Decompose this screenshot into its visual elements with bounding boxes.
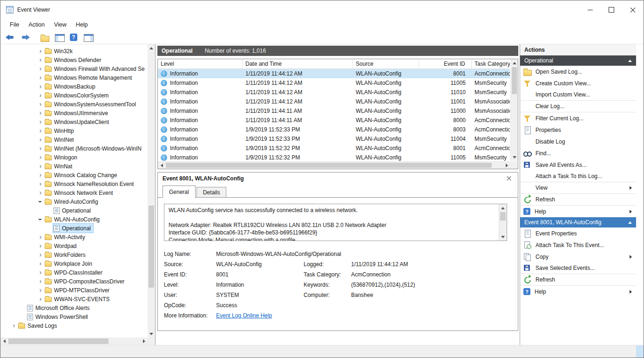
menu-item[interactable]: Help [71,20,93,29]
tree-expander-icon[interactable] [37,242,44,249]
tree-expander-icon[interactable] [37,163,44,170]
column-header[interactable]: Source [353,59,419,69]
action-item[interactable]: Attach a Task To this Log... [520,171,636,182]
scroll-up-button[interactable] [499,204,507,212]
close-preview-icon[interactable] [505,174,513,183]
tree-expander-icon[interactable] [37,216,44,223]
tree-expander-icon[interactable] [37,180,44,187]
scroll-down-button[interactable] [499,233,507,241]
tree-expander-icon[interactable] [37,118,44,125]
action-item[interactable]: Event Properties [520,227,636,239]
collapse-icon[interactable] [628,221,632,224]
toolbar-button[interactable] [4,32,17,43]
scrollbar-thumb[interactable] [8,338,108,344]
event-row[interactable]: Information 1/11/2019 11:44:11 AM WLAN-A… [158,116,510,125]
scroll-right-button[interactable] [503,162,510,169]
tree-item[interactable]: WindowsUpdateClient [1,117,147,126]
tree-item[interactable]: WindowsBackup [1,82,147,91]
tree-expander-icon[interactable] [37,101,44,108]
menu-item[interactable]: File [5,20,24,29]
tree-item[interactable]: WinINet (Microsoft-Windows-WinIN [1,144,147,153]
tree-item[interactable]: WindowsColorSystem [1,91,147,100]
column-header[interactable]: Task Category [472,59,510,69]
tree-item[interactable]: Windows PowerShell [1,312,147,321]
scroll-down-button[interactable] [511,153,518,161]
action-item[interactable]: Filter Current Log... [520,112,636,124]
menu-item[interactable]: Action [24,20,49,29]
toolbar-button[interactable] [53,32,66,43]
action-item[interactable]: Save All Events As... [520,159,636,171]
event-row[interactable]: Information 1/11/2019 11:44:12 AM WLAN-A… [158,78,510,88]
tree-expander-icon[interactable] [37,110,44,117]
tree-item[interactable]: WPD-CompositeClassDriver [1,277,147,286]
action-item[interactable]: Help [520,206,636,217]
tree-item[interactable]: Winsock Catalog Change [1,171,147,179]
event-row[interactable]: Information 1/11/2019 11:44:12 AM WLAN-A… [158,88,510,97]
column-header[interactable]: Level [158,59,243,69]
menu-item[interactable]: View [49,20,71,29]
tree-expander-icon[interactable] [37,92,44,99]
scrollbar-thumb[interactable] [149,206,154,288]
tree-item[interactable]: Winlogon [1,153,147,162]
event-list-vertical-scrollbar[interactable] [510,59,518,161]
toolbar-button[interactable] [19,32,31,43]
tree-expander-icon[interactable] [37,83,44,90]
tree-item[interactable]: WLAN-AutoConfig [1,215,147,224]
tree-expander-icon[interactable] [37,278,44,285]
tree-expander-icon[interactable] [37,136,44,143]
event-list-horizontal-scrollbar[interactable] [158,161,510,169]
event-row[interactable]: Information 1/9/2019 11:52:32 PM WLAN-Au… [158,144,510,153]
tree-expander-icon[interactable] [37,127,44,134]
window-control-button[interactable] [601,0,622,19]
field-value[interactable]: Event Log Online Help [216,312,304,319]
action-item[interactable]: Find... [520,147,636,159]
action-item[interactable]: Copy [520,251,636,262]
tree-expander-icon[interactable] [37,172,44,179]
event-row[interactable]: Information 1/11/2019 11:44:11 AM WLAN-A… [158,106,510,116]
actions-section-header-operational[interactable]: Operational [520,55,636,66]
scroll-up-button[interactable] [148,44,155,52]
action-item[interactable]: View [520,182,636,194]
action-item[interactable]: Properties [520,124,636,136]
tree-item[interactable]: Winsock Network Event [1,188,147,197]
tree-item[interactable]: WinNat [1,162,147,171]
tree-expander-icon[interactable] [37,154,44,161]
scroll-left-button[interactable] [158,162,165,169]
action-item[interactable]: Help [520,286,636,297]
tree-expander-icon[interactable] [37,48,44,55]
tree-item[interactable]: WMI-Activity [1,233,147,241]
tree-expander-icon[interactable] [37,65,44,72]
tree-expander-icon[interactable] [37,56,44,63]
tree-item[interactable]: Wordpad [1,241,147,250]
tree-item[interactable]: WinINet [1,135,147,144]
scroll-left-button[interactable] [0,337,8,345]
window-control-button[interactable] [579,0,601,19]
description-vertical-scrollbar[interactable] [499,204,507,241]
tree-expander-icon[interactable] [37,287,44,294]
tree-item[interactable]: WorkFolders [1,250,147,259]
scrollbar-thumb[interactable] [166,163,492,168]
tree-item[interactable]: Wired-AutoConfig [1,197,147,206]
tree-horizontal-scrollbar[interactable] [0,337,148,345]
tree-expander-icon[interactable] [37,260,44,267]
action-item[interactable]: Disable Log [520,136,636,147]
tree-item[interactable]: Windows Defender [1,55,147,64]
tab[interactable]: General [163,186,196,198]
event-row[interactable]: Information 1/9/2019 11:52:33 PM WLAN-Au… [158,134,510,144]
tab[interactable]: Details [197,187,227,197]
tree-item[interactable]: Saved Logs [1,321,147,330]
tree-item[interactable]: WPD-ClassInstaller [1,268,147,277]
window-control-button[interactable] [622,0,644,19]
event-row[interactable]: Information 1/9/2019 11:52:32 PM WLAN-Au… [158,153,510,161]
column-header[interactable]: Event ID [419,59,472,69]
collapse-icon[interactable] [628,60,632,62]
event-row[interactable]: Information 1/11/2019 11:44:12 AM WLAN-A… [158,69,510,78]
actions-section-header-event[interactable]: Event 8001, WLAN-AutoConfig [520,217,636,227]
toolbar-button[interactable] [39,32,51,43]
action-item[interactable]: Open Saved Log... [520,66,636,77]
action-item[interactable]: Refresh [520,194,636,206]
tree-item[interactable]: Workplace Join [1,259,147,268]
tree-expander-icon[interactable] [37,145,44,152]
tree-item[interactable]: WindowsUIImmersive [1,109,147,117]
event-row[interactable]: Information 1/9/2019 11:52:33 PM WLAN-Au… [158,125,510,134]
